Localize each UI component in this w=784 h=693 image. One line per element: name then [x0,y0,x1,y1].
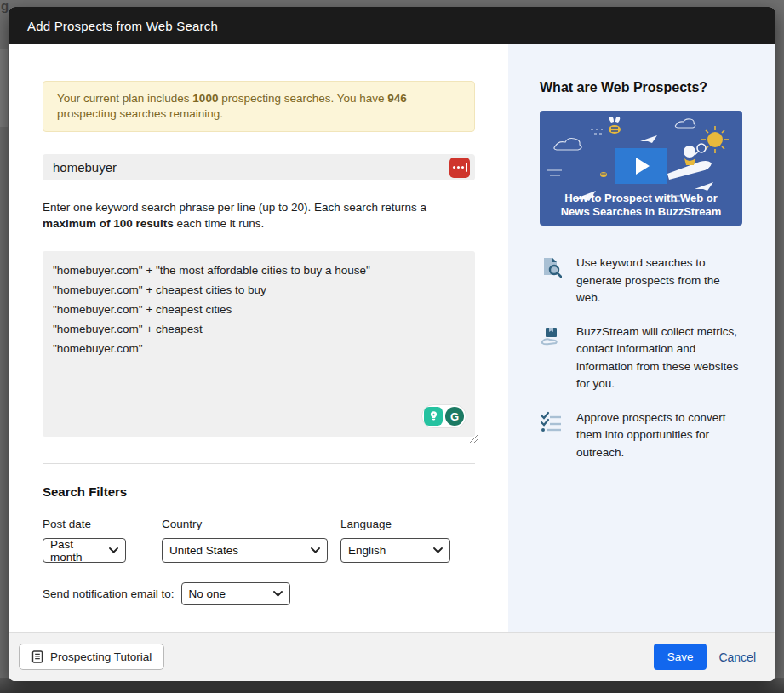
country-value: United States [169,544,238,557]
chevron-down-icon [273,591,283,597]
play-icon [636,158,650,175]
bullet-text: Use keyword searches to generate prospec… [576,255,742,307]
post-date-select[interactable]: Past month [43,538,126,563]
instructions-text-2: each time it runs. [174,217,265,230]
section-divider [43,463,475,464]
collect-metrics-icon [540,324,565,393]
keyword-line: "homebuyer.com" [53,339,465,358]
book-icon [31,650,43,663]
search-name-field[interactable] [43,154,475,180]
alert-text-2: prospecting searches. You have [218,92,387,105]
country-select[interactable]: United States [162,538,328,563]
list-item: Approve prospects to convert them into o… [540,410,742,462]
notification-value: No one [189,587,226,600]
grammarly-logo-icon[interactable]: G [445,407,464,426]
chevron-down-icon [433,547,443,553]
alert-text-3: prospecting searches remaining. [57,107,223,120]
alert-plan-total: 1000 [192,92,218,105]
prospecting-tutorial-button[interactable]: Prospecting Tutorial [19,644,164,670]
alert-text-1: Your current plan includes [57,92,192,105]
language-value: English [348,544,386,557]
modal-title: Add Prospects from Web Search [27,19,218,33]
post-date-group: Post date Past month [43,518,126,563]
keyword-line: "homebuyer.com" + "the most affordable c… [53,261,465,280]
grammarly-widget: G [421,404,466,428]
keyword-line: "homebuyer.com" + cheapest [53,319,465,339]
keyword-instructions: Enter one keyword search phrase per line… [43,199,475,232]
lightbulb-icon [428,410,439,422]
save-button[interactable]: Save [654,644,707,670]
bullet-text: BuzzStream will collect metrics, contact… [576,324,742,393]
alert-remaining-count: 946 [387,92,407,105]
post-date-label: Post date [43,518,126,530]
play-button[interactable] [615,148,667,184]
filters-row: Post date Past month Country United Stat… [43,518,475,563]
notification-label: Send notification email to: [43,587,175,600]
sidebar-bullets: Use keyword searches to generate prospec… [540,255,742,461]
main-column: Your current plan includes 1000 prospect… [9,44,508,632]
list-item: BuzzStream will collect metrics, contact… [540,324,742,393]
country-label: Country [162,518,328,530]
chevron-down-icon [109,547,118,553]
instructions-text-1: Enter one keyword search phrase per line… [43,201,426,214]
background-page-band [0,49,8,127]
modal-header: Add Prospects from Web Search [9,7,775,44]
bullet-text: Approve prospects to convert them into o… [576,410,742,462]
keyword-line: "homebuyer.com" + cheapest cities [53,300,465,319]
chevron-down-icon [311,547,320,553]
sidebar-heading: What are Web Prospects? [540,80,742,95]
notification-row: Send notification email to: No one [43,582,475,605]
approve-checklist-icon [540,410,565,462]
modal-body: Your current plan includes 1000 prospect… [9,44,775,632]
modal-footer: Prospecting Tutorial Save Cancel [9,632,775,681]
country-group: Country United States [162,518,328,563]
search-name-input[interactable] [53,160,449,175]
language-label: Language [340,518,450,530]
plan-usage-alert: Your current plan includes 1000 prospect… [43,81,475,132]
keyword-line: "homebuyer.com" + cheapest cities to buy [53,280,465,300]
resize-handle-icon[interactable] [466,432,478,444]
keywords-textarea[interactable]: "homebuyer.com" + "the most affordable c… [43,251,475,437]
grammarly-suggestion-icon[interactable] [424,407,443,426]
cancel-link[interactable]: Cancel [718,650,756,664]
post-date-value: Past month [50,538,104,564]
search-filters-heading: Search Filters [43,484,475,499]
footer-actions: Save Cancel [654,644,756,670]
language-select[interactable]: English [340,538,450,563]
autofill-extension-icon[interactable] [449,158,470,178]
tutorial-button-label: Prospecting Tutorial [50,650,152,663]
add-prospects-modal: Add Prospects from Web Search Your curre… [9,7,775,681]
background-page-text: g [1,0,9,13]
notification-select[interactable]: No one [181,582,290,605]
instructions-bold: maximum of 100 results [43,217,174,230]
language-group: Language English [340,518,450,563]
list-item: Use keyword searches to generate prospec… [540,255,742,307]
document-search-icon [540,255,565,307]
tutorial-video-thumbnail[interactable]: How to Prospect with Web or News Searche… [540,111,742,226]
help-sidebar: What are Web Prospects? [508,44,775,632]
video-caption: How to Prospect with Web or News Searche… [540,192,742,219]
